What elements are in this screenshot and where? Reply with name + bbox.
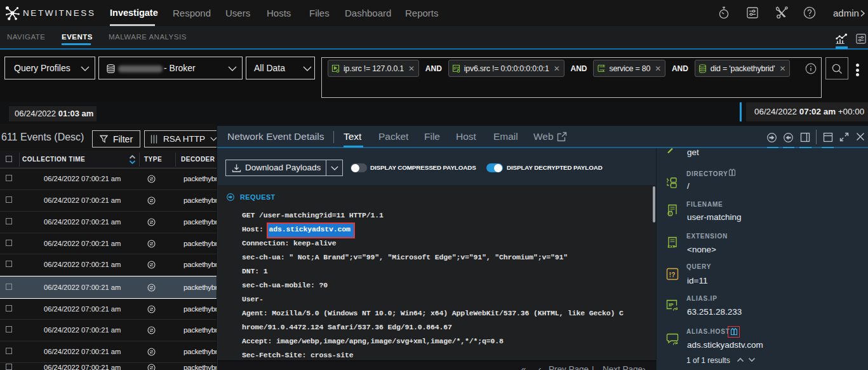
svg-text:!?: !? [669, 271, 676, 278]
svg-text:EXT: EXT [668, 245, 676, 249]
svg-text:IP: IP [669, 302, 674, 308]
